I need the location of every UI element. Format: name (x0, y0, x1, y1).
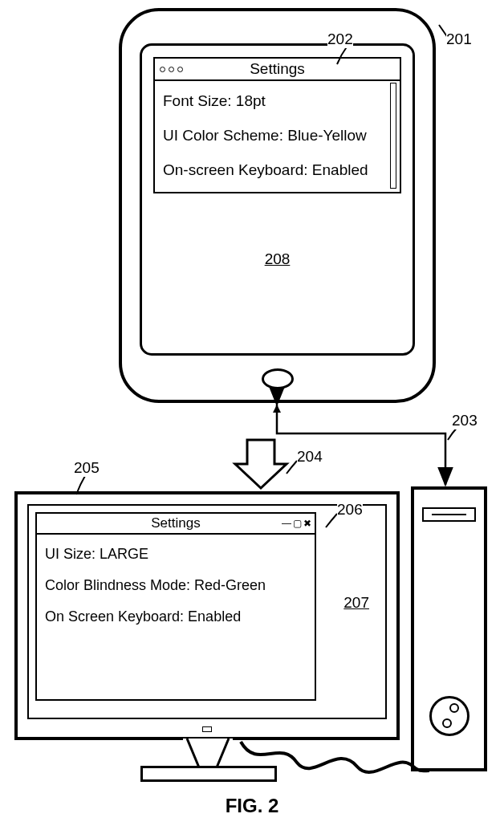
vertical-scrollbar[interactable] (390, 83, 396, 189)
setting-row: Font Size: 18pt (163, 92, 384, 110)
desktop-settings-window: Settings — ▢ ✖ UI Size: LARGE Color Blin… (35, 512, 316, 701)
tablet-screen: Settings Font Size: 18pt UI Color Scheme… (140, 43, 415, 356)
monitor: Settings — ▢ ✖ UI Size: LARGE Color Blin… (14, 491, 400, 740)
reference-numeral-205: 205 (74, 459, 100, 477)
window-controls[interactable]: — ▢ ✖ (282, 514, 311, 533)
tablet-window-titlebar: Settings (155, 59, 400, 81)
reference-numeral-201: 201 (446, 31, 472, 48)
monitor-stand-neck (183, 739, 233, 767)
setting-row: UI Size: LARGE (45, 546, 307, 563)
setting-row: On-screen Keyboard: Enabled (163, 161, 384, 179)
setting-row: On Screen Keyboard: Enabled (45, 608, 307, 625)
desktop-window-title: Settings (37, 515, 315, 531)
reference-numeral-204: 204 (297, 448, 323, 466)
close-icon[interactable]: ✖ (303, 518, 311, 529)
monitor-led-icon (202, 726, 212, 732)
reset-button-icon[interactable] (442, 718, 452, 728)
maximize-icon[interactable]: ▢ (293, 518, 302, 529)
monitor-screen: Settings — ▢ ✖ UI Size: LARGE Color Blin… (27, 504, 387, 719)
reference-numeral-206: 206 (337, 501, 363, 519)
reference-numeral-207: 207 (343, 594, 369, 612)
reference-numeral-208: 208 (265, 250, 291, 268)
tablet-settings-list: Font Size: 18pt UI Color Scheme: Blue-Ye… (163, 84, 384, 187)
computer-tower (411, 486, 487, 771)
minimize-icon[interactable]: — (282, 518, 291, 529)
home-button[interactable] (262, 368, 294, 389)
tablet-settings-window: Settings Font Size: 18pt UI Color Scheme… (153, 57, 401, 193)
monitor-stand-base (140, 766, 277, 782)
window-control-dots[interactable] (160, 59, 183, 79)
setting-row: Color Blindness Mode: Red-Green (45, 577, 307, 594)
tablet-device: Settings Font Size: 18pt UI Color Scheme… (119, 8, 436, 403)
reference-numeral-202: 202 (327, 31, 353, 48)
desktop-settings-list: UI Size: LARGE Color Blindness Mode: Red… (45, 546, 307, 691)
tower-button-cluster (429, 696, 469, 736)
minimize-dot-icon[interactable] (169, 67, 174, 72)
zoom-dot-icon[interactable] (177, 67, 183, 72)
tablet-window-title: Settings (155, 60, 400, 78)
optical-drive[interactable] (422, 507, 476, 522)
power-button-icon[interactable] (449, 703, 459, 713)
setting-row: UI Color Scheme: Blue-Yellow (163, 127, 384, 144)
close-dot-icon[interactable] (160, 67, 165, 72)
desktop-window-titlebar: Settings — ▢ ✖ (37, 514, 315, 535)
figure-caption: FIG. 2 (226, 795, 279, 817)
reference-numeral-203: 203 (452, 412, 478, 429)
